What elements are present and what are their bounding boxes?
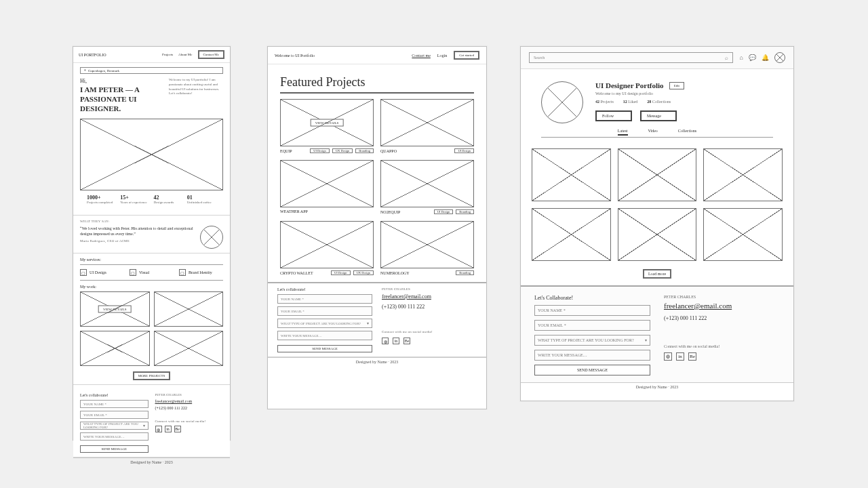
nav-contact[interactable]: Contact me: [412, 54, 431, 58]
welcome-text: Welcome to UI Portfolio: [275, 54, 315, 58]
name-input[interactable]: YOUR NAME *: [277, 294, 372, 304]
hero-section: ⌖ Copenhagen, Denmark Hi, I AM PETER — A…: [73, 63, 230, 215]
stat-caption-3: Unfinished coffee: [187, 201, 216, 204]
linkedin-icon[interactable]: in: [676, 352, 684, 361]
more-projects-button[interactable]: MORE PROJECTS: [133, 371, 171, 380]
send-message-button[interactable]: SEND MESSAGE: [534, 365, 650, 375]
project-thumb[interactable]: [380, 99, 474, 146]
behance-icon[interactable]: Be: [174, 426, 181, 432]
contact-email-link[interactable]: freelancer@email.com: [155, 399, 224, 403]
send-message-button[interactable]: SEND MESSAGE: [277, 345, 372, 352]
stat-value-0: 1000+: [87, 195, 116, 201]
email-input[interactable]: YOUR EMAIL *: [277, 306, 372, 316]
edit-button[interactable]: Edit: [669, 82, 684, 89]
project-card[interactable]: VIEW DETAILS EQUIP UI Design UX Design B…: [280, 99, 374, 153]
chat-icon[interactable]: 💬: [749, 54, 756, 61]
tab-latest[interactable]: Latest: [618, 129, 628, 136]
home-icon[interactable]: ⌂: [740, 54, 743, 61]
project-thumb[interactable]: VIEW DETAILS: [280, 99, 374, 146]
nav-contact-button[interactable]: Contact Me: [198, 50, 224, 59]
contact-phone: (+123) 000 111 222: [382, 304, 477, 310]
project-name: QUAPPO: [380, 149, 397, 153]
projects-grid: VIEW DETAILS EQUIP UI Design UX Design B…: [280, 99, 474, 275]
gallery-thumb[interactable]: [703, 148, 783, 201]
testimonial-avatar-placeholder: [200, 226, 223, 249]
name-input[interactable]: YOUR NAME *: [80, 400, 149, 408]
gallery-thumb[interactable]: [532, 208, 611, 261]
gallery-thumb[interactable]: [532, 148, 611, 201]
work-thumb[interactable]: VIEW DETAILS: [80, 291, 150, 327]
profile-subtitle: Welcome to my UI design portfolio: [595, 92, 773, 96]
work-thumb[interactable]: [80, 331, 150, 366]
behance-icon[interactable]: Be: [403, 338, 410, 344]
linkedin-icon[interactable]: in: [165, 426, 172, 432]
search-icon[interactable]: ⌕: [725, 55, 728, 61]
stat-value-3: 01: [187, 195, 216, 201]
instagram-icon[interactable]: ◍: [664, 352, 672, 361]
project-type-select[interactable]: WHAT TYPE OF PROJECT ARE YOU LOOKING FOR…: [80, 422, 149, 430]
contact-heading: Let's collaborate!: [277, 287, 372, 291]
top-nav: UI PORTFOLIO Projects About Me Contact M…: [73, 47, 230, 63]
project-card[interactable]: WEATHER APP: [280, 160, 374, 214]
behance-icon[interactable]: Be: [688, 352, 696, 361]
email-input[interactable]: YOUR EMAIL *: [534, 320, 650, 331]
project-card[interactable]: NUMEROLOGYBranding: [380, 221, 474, 275]
work-thumb[interactable]: [154, 291, 224, 327]
load-more-button[interactable]: Load more: [643, 269, 671, 279]
view-details-button[interactable]: VIEW DETAILS: [98, 306, 132, 313]
hero-copy: Hi, I AM PETER — A PASSIONATE UI DESIGNE…: [80, 78, 162, 113]
project-card[interactable]: CRYPTO WALLETUI DesignUX Design: [280, 221, 374, 275]
linkedin-icon[interactable]: in: [393, 338, 399, 344]
follow-button[interactable]: Follow: [595, 110, 632, 121]
project-thumb[interactable]: [280, 221, 374, 268]
top-bar: Search ⌕ ⌂ 💬 🔔: [521, 47, 793, 69]
search-input[interactable]: Search ⌕: [529, 52, 733, 63]
project-card[interactable]: QUAPPOUI Design: [380, 99, 474, 153]
project-thumb[interactable]: [380, 160, 474, 207]
nav-projects[interactable]: Projects: [162, 53, 173, 56]
tag: Branding: [456, 209, 474, 214]
email-input[interactable]: YOUR EMAIL *: [80, 411, 149, 419]
contact-heading: Let's collaborate!: [80, 393, 149, 397]
counter-n: 42: [595, 100, 599, 104]
footer: Designed by Name · 2023: [521, 382, 793, 391]
instagram-icon[interactable]: ◍: [382, 338, 389, 344]
tab-collections[interactable]: Collections: [678, 129, 696, 136]
testimonial-card: WHAT THEY SAY: “We loved working with Pe…: [73, 215, 230, 253]
work-thumb[interactable]: [154, 331, 224, 366]
get-started-button[interactable]: Get started: [454, 51, 479, 60]
gallery-thumb[interactable]: [618, 148, 697, 201]
send-message-button[interactable]: SEND MESSAGE: [80, 445, 149, 453]
message-input[interactable]: WRITE YOUR MESSAGE…: [80, 432, 149, 441]
view-details-button[interactable]: VIEW DETAILS: [311, 119, 344, 127]
instagram-icon[interactable]: ◍: [155, 426, 162, 432]
message-input[interactable]: WRITE YOUR MESSAGE…: [534, 350, 650, 361]
profile-avatar: [541, 81, 583, 123]
footer: Designed by Name · 2023: [73, 458, 230, 466]
bell-icon[interactable]: 🔔: [762, 54, 769, 61]
featured-title: Featured Projects: [280, 74, 474, 89]
avatar[interactable]: [774, 52, 785, 63]
contact-email-link[interactable]: freelancer@email.com: [664, 302, 780, 310]
tag: UI Design: [331, 270, 351, 275]
project-type-select[interactable]: WHAT TYPE OF PROJECT ARE YOU LOOKING FOR…: [534, 335, 650, 346]
tab-video[interactable]: Video: [648, 129, 658, 136]
message-input[interactable]: WRITE YOUR MESSAGE…: [277, 331, 372, 340]
tag: UI Design: [454, 148, 474, 153]
project-thumb[interactable]: [380, 221, 474, 268]
social-heading: Connect with me on social media!: [155, 420, 224, 423]
counter-n: 28: [647, 100, 651, 104]
gallery-thumb[interactable]: [618, 208, 697, 261]
counter-n: 12: [623, 100, 627, 104]
message-button[interactable]: Message: [640, 110, 677, 121]
contact-person: PETER CHARLES: [382, 287, 477, 291]
nav-about[interactable]: About Me: [178, 53, 192, 56]
nav-login[interactable]: Login: [437, 54, 447, 58]
project-thumb[interactable]: [280, 160, 374, 207]
gallery-thumb[interactable]: [703, 208, 783, 261]
name-input[interactable]: YOUR NAME *: [534, 305, 650, 316]
project-type-select[interactable]: WHAT TYPE OF PROJECT ARE YOU LOOKING FOR…: [277, 319, 372, 328]
wireframe-home-long: UI PORTFOLIO Projects About Me Contact M…: [73, 46, 231, 441]
project-card[interactable]: NO2EQUIPUI DesignBranding: [380, 160, 474, 214]
contact-email-link[interactable]: freelancer@email.com: [382, 293, 477, 300]
